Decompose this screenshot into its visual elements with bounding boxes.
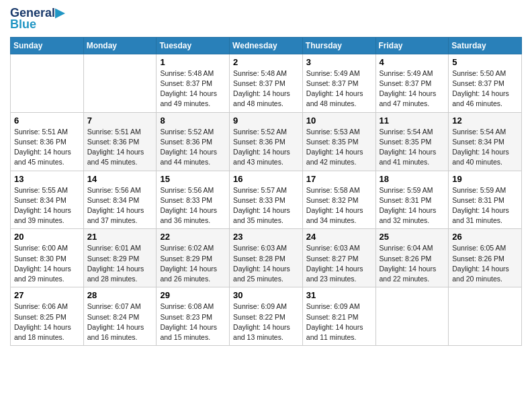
day-info: Sunrise: 5:54 AM Sunset: 8:34 PM Dayligh…: [452, 127, 518, 168]
day-number: 5: [452, 57, 518, 67]
day-number: 17: [306, 174, 372, 184]
day-number: 13: [14, 174, 80, 184]
week-row-1: 1Sunrise: 5:48 AM Sunset: 8:37 PM Daylig…: [11, 54, 522, 112]
day-cell: 27Sunrise: 6:06 AM Sunset: 8:25 PM Dayli…: [11, 287, 84, 346]
col-header-tuesday: Tuesday: [157, 37, 230, 54]
day-number: 27: [14, 290, 80, 300]
page: General▶ Blue SundayMondayTuesdayWednesd…: [0, 0, 532, 411]
day-info: Sunrise: 6:05 AM Sunset: 8:26 PM Dayligh…: [452, 243, 518, 284]
day-cell: 7Sunrise: 5:51 AM Sunset: 8:36 PM Daylig…: [83, 112, 157, 171]
day-cell: 13Sunrise: 5:55 AM Sunset: 8:34 PM Dayli…: [11, 171, 84, 229]
day-info: Sunrise: 6:06 AM Sunset: 8:25 PM Dayligh…: [14, 302, 80, 342]
day-number: 31: [306, 290, 372, 300]
day-info: Sunrise: 6:03 AM Sunset: 8:27 PM Dayligh…: [306, 243, 372, 284]
day-info: Sunrise: 5:57 AM Sunset: 8:33 PM Dayligh…: [233, 185, 299, 226]
day-number: 1: [160, 57, 226, 67]
day-number: 3: [306, 57, 372, 67]
week-row-4: 20Sunrise: 6:00 AM Sunset: 8:30 PM Dayli…: [11, 229, 522, 287]
day-number: 21: [87, 232, 153, 242]
col-header-sunday: Sunday: [11, 37, 84, 54]
day-info: Sunrise: 5:58 AM Sunset: 8:32 PM Dayligh…: [306, 185, 372, 226]
day-number: 15: [160, 174, 226, 184]
day-number: 24: [306, 232, 372, 242]
day-number: 9: [233, 116, 299, 126]
day-number: 22: [160, 232, 226, 242]
day-cell: 20Sunrise: 6:00 AM Sunset: 8:30 PM Dayli…: [11, 229, 84, 287]
day-number: 14: [87, 174, 153, 184]
day-info: Sunrise: 6:04 AM Sunset: 8:26 PM Dayligh…: [380, 243, 445, 284]
day-number: 8: [160, 116, 226, 126]
day-cell: 6Sunrise: 5:51 AM Sunset: 8:36 PM Daylig…: [11, 112, 84, 171]
day-cell: 8Sunrise: 5:52 AM Sunset: 8:36 PM Daylig…: [157, 112, 230, 171]
week-row-5: 27Sunrise: 6:06 AM Sunset: 8:25 PM Dayli…: [11, 287, 522, 346]
day-cell: 14Sunrise: 5:56 AM Sunset: 8:34 PM Dayli…: [83, 171, 157, 229]
day-number: 30: [233, 290, 299, 300]
col-header-thursday: Thursday: [302, 37, 375, 54]
day-cell: 12Sunrise: 5:54 AM Sunset: 8:34 PM Dayli…: [449, 112, 522, 171]
day-info: Sunrise: 5:50 AM Sunset: 8:37 PM Dayligh…: [452, 68, 518, 109]
day-cell: 30Sunrise: 6:09 AM Sunset: 8:22 PM Dayli…: [230, 287, 303, 346]
day-cell: 15Sunrise: 5:56 AM Sunset: 8:33 PM Dayli…: [157, 171, 230, 229]
logo: General▶ Blue: [10, 7, 64, 32]
day-info: Sunrise: 6:09 AM Sunset: 8:21 PM Dayligh…: [306, 302, 372, 342]
day-number: 20: [14, 232, 80, 242]
day-cell: 24Sunrise: 6:03 AM Sunset: 8:27 PM Dayli…: [302, 229, 375, 287]
day-number: 6: [14, 116, 80, 126]
day-number: 28: [87, 290, 153, 300]
day-cell: [11, 54, 84, 112]
day-number: 29: [160, 290, 226, 300]
day-number: 18: [380, 174, 445, 184]
day-info: Sunrise: 5:51 AM Sunset: 8:36 PM Dayligh…: [87, 127, 153, 168]
day-info: Sunrise: 5:59 AM Sunset: 8:31 PM Dayligh…: [452, 185, 518, 226]
day-number: 4: [380, 57, 445, 67]
day-info: Sunrise: 5:52 AM Sunset: 8:36 PM Dayligh…: [233, 127, 299, 168]
day-info: Sunrise: 6:07 AM Sunset: 8:24 PM Dayligh…: [87, 302, 153, 342]
day-cell: 17Sunrise: 5:58 AM Sunset: 8:32 PM Dayli…: [302, 171, 375, 229]
day-number: 16: [233, 174, 299, 184]
day-cell: 25Sunrise: 6:04 AM Sunset: 8:26 PM Dayli…: [375, 229, 449, 287]
day-info: Sunrise: 6:08 AM Sunset: 8:23 PM Dayligh…: [160, 302, 226, 342]
day-cell: [375, 287, 449, 346]
day-cell: 11Sunrise: 5:54 AM Sunset: 8:35 PM Dayli…: [375, 112, 449, 171]
day-cell: 16Sunrise: 5:57 AM Sunset: 8:33 PM Dayli…: [230, 171, 303, 229]
day-cell: 9Sunrise: 5:52 AM Sunset: 8:36 PM Daylig…: [230, 112, 303, 171]
day-info: Sunrise: 5:56 AM Sunset: 8:34 PM Dayligh…: [87, 185, 153, 226]
day-info: Sunrise: 6:09 AM Sunset: 8:22 PM Dayligh…: [233, 302, 299, 342]
logo-blue: Blue: [10, 17, 36, 32]
day-info: Sunrise: 5:51 AM Sunset: 8:36 PM Dayligh…: [14, 127, 80, 168]
day-info: Sunrise: 5:54 AM Sunset: 8:35 PM Dayligh…: [380, 127, 445, 168]
day-info: Sunrise: 5:52 AM Sunset: 8:36 PM Dayligh…: [160, 127, 226, 168]
day-number: 23: [233, 232, 299, 242]
day-cell: [449, 287, 522, 346]
day-info: Sunrise: 5:56 AM Sunset: 8:33 PM Dayligh…: [160, 185, 226, 226]
day-info: Sunrise: 5:49 AM Sunset: 8:37 PM Dayligh…: [380, 68, 445, 109]
col-header-saturday: Saturday: [449, 37, 522, 54]
calendar: SundayMondayTuesdayWednesdayThursdayFrid…: [10, 37, 522, 346]
col-header-wednesday: Wednesday: [230, 37, 303, 54]
day-cell: 10Sunrise: 5:53 AM Sunset: 8:35 PM Dayli…: [302, 112, 375, 171]
day-info: Sunrise: 6:01 AM Sunset: 8:29 PM Dayligh…: [87, 243, 153, 284]
day-cell: 31Sunrise: 6:09 AM Sunset: 8:21 PM Dayli…: [302, 287, 375, 346]
header: General▶ Blue: [10, 7, 522, 32]
day-info: Sunrise: 5:49 AM Sunset: 8:37 PM Dayligh…: [306, 68, 372, 109]
day-number: 19: [452, 174, 518, 184]
day-info: Sunrise: 5:59 AM Sunset: 8:31 PM Dayligh…: [380, 185, 445, 226]
day-info: Sunrise: 5:48 AM Sunset: 8:37 PM Dayligh…: [160, 68, 226, 109]
day-cell: 28Sunrise: 6:07 AM Sunset: 8:24 PM Dayli…: [83, 287, 157, 346]
day-info: Sunrise: 5:48 AM Sunset: 8:37 PM Dayligh…: [233, 68, 299, 109]
day-cell: 23Sunrise: 6:03 AM Sunset: 8:28 PM Dayli…: [230, 229, 303, 287]
day-info: Sunrise: 6:03 AM Sunset: 8:28 PM Dayligh…: [233, 243, 299, 284]
day-cell: 29Sunrise: 6:08 AM Sunset: 8:23 PM Dayli…: [157, 287, 230, 346]
day-number: 11: [380, 116, 445, 126]
calendar-header-row: SundayMondayTuesdayWednesdayThursdayFrid…: [11, 37, 522, 54]
day-info: Sunrise: 5:55 AM Sunset: 8:34 PM Dayligh…: [14, 185, 80, 226]
day-cell: 5Sunrise: 5:50 AM Sunset: 8:37 PM Daylig…: [449, 54, 522, 112]
day-cell: 3Sunrise: 5:49 AM Sunset: 8:37 PM Daylig…: [302, 54, 375, 112]
day-cell: 26Sunrise: 6:05 AM Sunset: 8:26 PM Dayli…: [449, 229, 522, 287]
day-cell: [83, 54, 157, 112]
day-number: 10: [306, 116, 372, 126]
col-header-friday: Friday: [375, 37, 449, 54]
day-info: Sunrise: 5:53 AM Sunset: 8:35 PM Dayligh…: [306, 127, 372, 168]
day-cell: 22Sunrise: 6:02 AM Sunset: 8:29 PM Dayli…: [157, 229, 230, 287]
day-cell: 19Sunrise: 5:59 AM Sunset: 8:31 PM Dayli…: [449, 171, 522, 229]
